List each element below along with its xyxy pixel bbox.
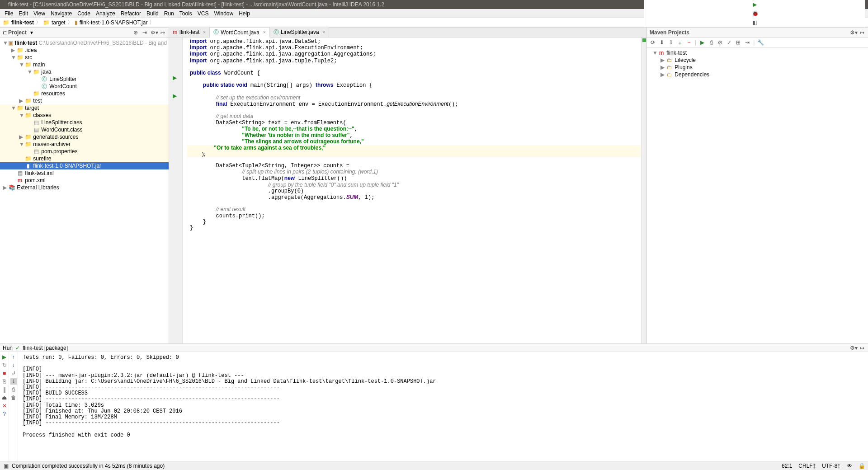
editor[interactable]: ▶ ▶ import org.apache.flink.api.java.Dat… <box>169 38 646 343</box>
maven-tree[interactable]: ▼m flink-test ▶🗀 Lifecycle ▶🗀 Plugins ▶🗀… <box>647 47 868 343</box>
breadcrumb-item[interactable]: ▮ flink-test-1.0-SNAPSHOT.jar <box>75 19 148 26</box>
hide-panel-icon[interactable]: ↦ <box>160 29 166 36</box>
hide-panel-icon[interactable]: ↦ <box>859 29 865 36</box>
tree-folder[interactable]: ▶📁 test <box>0 97 169 104</box>
collapse-all-icon[interactable]: ⇥ <box>142 29 148 36</box>
tree-folder[interactable]: ▼📁 src <box>0 54 169 61</box>
add-icon[interactable]: ＋ <box>677 39 683 46</box>
toggle-offline-icon[interactable]: ⊘ <box>717 39 723 46</box>
menu-edit[interactable]: Edit <box>16 10 31 17</box>
file-encoding[interactable]: UTF-8‡ <box>822 463 840 469</box>
gear-icon[interactable]: ⚙▾ <box>151 29 157 36</box>
tree-file[interactable]: ▤ LineSplitter.class <box>0 119 169 126</box>
generate-sources-icon[interactable]: ⬇ <box>659 39 665 46</box>
reimport-icon[interactable]: ⟳ <box>650 39 656 46</box>
run-gutter-icon[interactable]: ▶ <box>173 93 177 99</box>
menu-analyze[interactable]: Analyze <box>93 10 118 17</box>
lock-icon[interactable]: 🔒 <box>859 463 865 469</box>
close-icon[interactable]: × <box>323 30 326 35</box>
tree-file[interactable]: m pom.xml <box>0 177 169 184</box>
scroll-from-source-icon[interactable]: ⊕ <box>132 29 139 36</box>
gear-icon[interactable]: ⚙▾ <box>850 29 856 36</box>
run-button[interactable]: ▶ <box>752 1 758 8</box>
breadcrumb-item[interactable]: 📁 flink-test <box>3 19 34 26</box>
tree-file[interactable]: ▤ pom.properties <box>0 148 169 155</box>
download-icon[interactable]: ⇩ <box>668 39 674 46</box>
tree-folder[interactable]: ▼📁 maven-archiver <box>0 141 169 148</box>
menu-run[interactable]: Run <box>161 10 177 17</box>
debug-button[interactable]: 🐞 <box>752 10 758 17</box>
show-deps-icon[interactable]: ⊞ <box>735 39 741 46</box>
caret-position[interactable]: 62:1 <box>782 463 792 469</box>
menu-help[interactable]: Help <box>236 10 253 17</box>
menu-vcs[interactable]: VCS <box>195 10 212 17</box>
inspection-icon[interactable]: 👁 <box>847 463 852 469</box>
pause-icon[interactable]: ‖ <box>1 386 8 393</box>
tree-folder[interactable]: ▶📁 .idea <box>0 47 169 54</box>
coverage-button[interactable]: ◧ <box>752 19 758 26</box>
maven-root[interactable]: ▼m flink-test <box>650 49 865 56</box>
down-stack-icon[interactable]: ↓ <box>10 362 17 368</box>
stop-icon[interactable]: ■ <box>1 370 8 376</box>
close-tab-icon[interactable]: ✕ <box>1 403 8 409</box>
exit-icon[interactable]: ⏏ <box>1 395 8 401</box>
hide-panel-icon[interactable]: ↦ <box>859 345 865 351</box>
menu-window[interactable]: Window <box>211 10 236 17</box>
tree-folder[interactable]: ▶📁 generated-sources <box>0 133 169 141</box>
tab-wordcount[interactable]: ⒸWordCount.java× <box>210 28 270 38</box>
menu-navigate[interactable]: Navigate <box>48 10 75 17</box>
project-tree[interactable]: ▼▣ flink-test C:\Users\andi\OneDrive\FH\… <box>0 38 169 343</box>
tree-file[interactable]: ▤ flink-test.iml <box>0 169 169 177</box>
gear-icon[interactable]: ⚙▾ <box>850 345 856 351</box>
maven-plugins[interactable]: ▶🗀 Plugins <box>650 64 865 71</box>
menu-file[interactable]: File <box>2 10 16 17</box>
tree-folder[interactable]: ▼📁 main <box>0 61 169 68</box>
close-icon[interactable]: × <box>263 30 266 35</box>
tree-folder[interactable]: ▼📁 classes <box>0 112 169 119</box>
code-content[interactable]: import org.apache.flink.api.java.DataSet… <box>187 38 641 343</box>
tree-file[interactable]: ▤ WordCount.class <box>0 126 169 133</box>
tree-folder[interactable]: 📁 surefire <box>0 155 169 162</box>
tree-folder[interactable]: ▼📁 target <box>0 104 169 112</box>
tab-linesplitter[interactable]: ⒸLineSplitter.java× <box>270 27 330 37</box>
breadcrumb-item[interactable]: 📁 target <box>43 19 66 26</box>
dump-threads-icon[interactable]: ⎘ <box>1 378 8 385</box>
tree-root[interactable]: ▼▣ flink-test C:\Users\andi\OneDrive\FH\… <box>0 39 169 47</box>
help-icon[interactable]: ? <box>1 411 8 417</box>
toggle-skip-tests-icon[interactable]: ✓ <box>726 39 732 46</box>
tree-file[interactable]: Ⓒ LineSplitter <box>0 75 169 83</box>
up-stack-icon[interactable]: ↑ <box>10 354 17 360</box>
remove-icon[interactable]: − <box>686 39 692 46</box>
menu-code[interactable]: Code <box>75 10 93 17</box>
maven-lifecycle[interactable]: ▶🗀 Lifecycle <box>650 56 865 64</box>
clear-all-icon[interactable]: 🗑 <box>10 395 17 401</box>
error-stripe[interactable] <box>641 38 646 343</box>
maven-deps[interactable]: ▶🗀 Dependencies <box>650 71 865 78</box>
tree-ext-libs[interactable]: ▶📚 External Libraries <box>0 184 169 191</box>
rerun-failed-icon[interactable]: ↻ <box>1 362 8 368</box>
settings-icon[interactable]: 🔧 <box>757 39 764 46</box>
tree-folder[interactable]: ▼📁 java <box>0 68 169 75</box>
menu-view[interactable]: View <box>31 10 48 17</box>
line-separator[interactable]: CRLF‡ <box>798 463 816 469</box>
run-gutter-icon[interactable]: ▶ <box>173 75 177 81</box>
execute-goal-icon[interactable]: ⎙ <box>708 39 714 46</box>
tool-window-icon[interactable]: ▣ <box>3 463 9 469</box>
console-output[interactable]: Tests run: 0, Failures: 0, Errors: 0, Sk… <box>18 352 868 461</box>
close-icon[interactable]: × <box>203 30 206 35</box>
soft-wrap-icon[interactable]: ↲ <box>10 370 17 376</box>
gutter[interactable]: ▶ ▶ <box>169 38 183 343</box>
tree-file-selected[interactable]: ▮ flink-test-1.0-SNAPSHOT.jar <box>0 162 169 169</box>
tree-folder[interactable]: 📁 resources <box>0 90 169 97</box>
tree-file[interactable]: Ⓒ WordCount <box>0 83 169 90</box>
menu-build[interactable]: Build <box>144 10 161 17</box>
tab-flink-test[interactable]: mflink-test× <box>169 27 210 37</box>
run-icon[interactable]: ▶ <box>699 39 705 46</box>
menu-tools[interactable]: Tools <box>177 10 195 17</box>
collapse-icon[interactable]: ⇥ <box>744 39 750 46</box>
menu-refactor[interactable]: Refactor <box>118 10 144 17</box>
project-view-dropdown[interactable]: ▾ <box>30 29 33 36</box>
rerun-icon[interactable]: ▶ <box>1 354 8 360</box>
print-icon[interactable]: ⎙ <box>10 386 17 393</box>
scroll-end-icon[interactable]: ⤓ <box>10 378 17 385</box>
